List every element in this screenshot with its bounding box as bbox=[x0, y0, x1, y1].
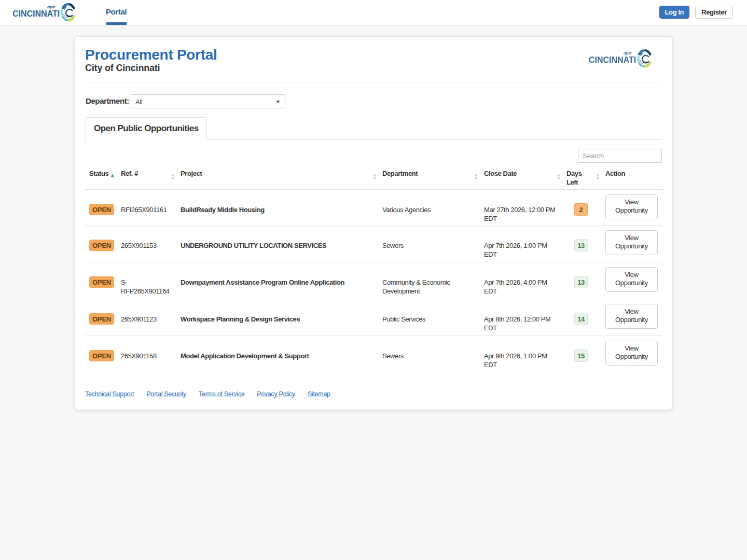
svg-text:CINCINNATI: CINCINNATI bbox=[589, 55, 636, 64]
svg-text:city of: city of bbox=[47, 5, 56, 9]
svg-text:city of: city of bbox=[624, 51, 632, 55]
svg-text:CINCINNATI: CINCINNATI bbox=[12, 9, 60, 18]
